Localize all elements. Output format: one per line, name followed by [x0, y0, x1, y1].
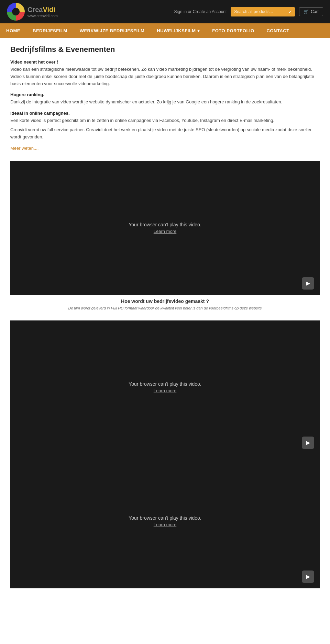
- play-icon-2[interactable]: ▶: [302, 437, 314, 449]
- search-box: ✓: [231, 7, 295, 16]
- video-wrapper-1: Your browser can't play this video. Lear…: [10, 161, 320, 295]
- section3-text2: Creavidi vormt uw full service partner. …: [10, 126, 320, 141]
- nav-home[interactable]: HOME: [0, 23, 26, 38]
- search-input[interactable]: [231, 7, 286, 16]
- video2-cant-play: Your browser can't play this video.: [129, 381, 201, 387]
- video-box-1: Your browser can't play this video. Lear…: [10, 161, 320, 295]
- section-video-neemt: Video neemt het over ! Video kan een str…: [10, 59, 320, 87]
- section-online-campagnes: Ideaal in online campagnes. Een korte vi…: [10, 111, 320, 140]
- video3-cant-play: Your browser can't play this video.: [129, 515, 201, 521]
- video-caption: Hoe wordt uw bedrijfsvideo gemaakt ?: [10, 295, 320, 306]
- nav-werkwijze[interactable]: WERKWIJZE BEDRIJFSFILM: [74, 23, 151, 38]
- video1-learn-more[interactable]: Learn more: [154, 229, 176, 234]
- video2-message: Your browser can't play this video. Lear…: [129, 381, 201, 393]
- play-icon-1[interactable]: ▶: [302, 277, 314, 290]
- logo-url: www.creavidi.com: [28, 14, 58, 18]
- section-hogere-ranking: Hogere ranking. Dankzij de integratie va…: [10, 92, 320, 106]
- cart-label: Cart: [311, 9, 319, 14]
- logo-text: CreaVidi www.creavidi.com: [28, 6, 58, 18]
- video-wrapper-2: Your browser can't play this video. Lear…: [10, 320, 320, 454]
- logo-icon: [7, 3, 25, 21]
- play-icon-3[interactable]: ▶: [302, 570, 314, 583]
- top-right-area: Sign in or Create an Account ✓ 🛒 Cart: [174, 7, 323, 16]
- section3-text1: Een korte video is perfect geschikt om i…: [10, 117, 320, 124]
- section2-title: Hogere ranking.: [10, 92, 320, 97]
- video1-cant-play: Your browser can't play this video.: [129, 222, 201, 227]
- section1-text: Video kan een strategische meerwaarde to…: [10, 66, 320, 87]
- nav-bar: HOME BEDRIJFSFILM WERKWIJZE BEDRIJFSFILM…: [0, 23, 330, 38]
- nav-contact[interactable]: CONTACT: [261, 23, 296, 38]
- section1-title: Video neemt het over !: [10, 59, 320, 65]
- logo-vidi: Vidi: [43, 6, 55, 13]
- auth-links: Sign in or Create an Account: [174, 9, 227, 14]
- top-bar: CreaVidi www.creavidi.com Sign in or Cre…: [0, 0, 330, 23]
- video-subcaption: De film wordt geleverd in Full HD formaa…: [10, 306, 320, 310]
- create-account-link[interactable]: Create an Account: [193, 9, 227, 14]
- cart-icon: 🛒: [304, 9, 309, 14]
- video2-learn-more[interactable]: Learn more: [154, 388, 176, 393]
- video3-message: Your browser can't play this video. Lear…: [129, 515, 201, 527]
- search-button[interactable]: ✓: [286, 7, 295, 16]
- nav-foto-portfolio[interactable]: FOTO PORTFOLIO: [206, 23, 260, 38]
- section2-text: Dankzij de integratie van video wordt je…: [10, 99, 320, 106]
- page-title: Bedrijfsfilms & Evenementen: [10, 45, 320, 54]
- video3-learn-more[interactable]: Learn more: [154, 522, 176, 527]
- nav-bedrijfsfilm[interactable]: BEDRIJFSFILM: [26, 23, 74, 38]
- nav-huwelijksfilm[interactable]: HUWELIJKSFILM ▾: [151, 23, 206, 38]
- logo-crea: Crea: [28, 6, 43, 13]
- video-box-3: Your browser can't play this video. Lear…: [10, 454, 320, 588]
- video-box-2: Your browser can't play this video. Lear…: [10, 320, 320, 454]
- meer-weten-link[interactable]: Meer weten....: [10, 146, 38, 151]
- video1-message: Your browser can't play this video. Lear…: [129, 222, 201, 234]
- section3-title: Ideaal in online campagnes.: [10, 111, 320, 116]
- video-wrapper-3: Your browser can't play this video. Lear…: [10, 454, 320, 588]
- sign-in-link[interactable]: Sign in: [174, 9, 187, 14]
- cart-button[interactable]: 🛒 Cart: [299, 7, 323, 16]
- logo-inner: [12, 8, 20, 15]
- logo-area: CreaVidi www.creavidi.com: [7, 3, 58, 21]
- main-content: Bedrijfsfilms & Evenementen Video neemt …: [0, 38, 330, 595]
